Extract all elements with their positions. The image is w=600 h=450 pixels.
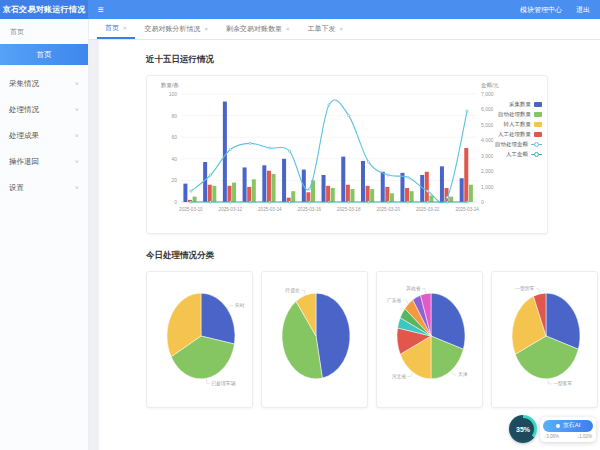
svg-text:实时: 实时 — [235, 302, 245, 308]
tab-label: 首页 — [105, 23, 119, 33]
ai-bot-icon — [556, 424, 560, 428]
svg-text:60: 60 — [171, 134, 177, 140]
legend-item[interactable]: 自动处理金额 — [495, 141, 542, 148]
legend-item[interactable]: 自动处理数量 — [498, 111, 542, 118]
logout-link[interactable]: 退出 — [576, 5, 590, 15]
close-icon[interactable]: × — [286, 26, 290, 32]
svg-text:其他省: 其他省 — [406, 286, 421, 292]
sidebar-item-results[interactable]: 处理成果 ∨ — [0, 125, 88, 146]
close-icon[interactable]: × — [123, 25, 127, 31]
hamburger-icon[interactable]: ≡ — [98, 5, 104, 15]
main-layout: 首页 首页 采集情况 ∨ 处理情况 ∨ 处理成果 ∨ 操作退回 ∨ 设置 ∨ 首… — [0, 19, 600, 450]
ai-card[interactable]: 京石AI ↑3.06% ↓1.02% — [540, 417, 596, 442]
section-title-fifteen-days: 近十五日运行情况 — [146, 54, 600, 66]
stat-up: ↑3.06% — [544, 434, 559, 439]
svg-text:2,000: 2,000 — [481, 168, 494, 174]
svg-text:4,000: 4,000 — [481, 137, 494, 143]
chevron-down-icon: ∨ — [75, 185, 79, 191]
sidebar-item-home[interactable]: 首页 — [0, 44, 88, 65]
progress-badge[interactable]: 35% — [509, 415, 537, 443]
ai-assistant-widget: 35% 京石AI ↑3.06% ↓1.02% — [509, 415, 596, 443]
svg-text:1,000: 1,000 — [481, 184, 494, 190]
svg-text:20: 20 — [171, 177, 177, 183]
app-title: 京石交易对账运行情况 — [0, 0, 88, 19]
svg-text:40: 40 — [171, 156, 177, 162]
svg-text:100: 100 — [169, 91, 178, 97]
svg-text:6,000: 6,000 — [481, 106, 494, 112]
pie-card-vehicle-type: 一型客车一型货车 — [491, 271, 598, 408]
tab-analysis[interactable]: 交易对账分析情况 × — [137, 19, 217, 39]
svg-text:2025-03-24: 2025-03-24 — [455, 207, 479, 212]
svg-text:2025-03-12: 2025-03-12 — [219, 207, 243, 212]
legend-bar-marker — [534, 122, 542, 127]
section-title-today-classes: 今日处理情况分类 — [146, 250, 600, 262]
legend-line-marker — [531, 142, 542, 147]
pie-card-submit: 待提交 — [261, 271, 368, 408]
chart-legend: 采集数量自动处理数量转人工数量人工处理数量自动处理金额人工金额 — [493, 100, 544, 159]
sidebar-item-label: 处理情况 — [9, 105, 39, 115]
svg-text:金额/元: 金额/元 — [481, 82, 500, 88]
stat-down: ↓1.02% — [577, 434, 592, 439]
sidebar-item-label: 处理成果 — [9, 131, 39, 141]
tab-label: 工单下发 — [308, 24, 336, 34]
progress-percent: 35% — [509, 415, 537, 443]
legend-label: 采集数量 — [509, 101, 531, 108]
svg-text:河北省: 河北省 — [392, 374, 407, 380]
chevron-down-icon: ∨ — [75, 81, 79, 87]
combo-chart-card: 02040608010001,0002,0003,0004,0005,0006,… — [146, 75, 548, 234]
pie-card-status: 实时已处理车辆 — [146, 271, 253, 408]
sidebar-item-settings[interactable]: 设置 ∨ — [0, 177, 88, 198]
legend-item[interactable]: 采集数量 — [509, 101, 542, 108]
legend-bar-marker — [534, 102, 542, 107]
pie-chart-svg: 一型客车一型货车 — [492, 272, 597, 405]
svg-text:待提交: 待提交 — [284, 287, 300, 294]
close-icon[interactable]: × — [340, 26, 344, 32]
legend-label: 自动处理金额 — [495, 141, 528, 148]
module-center-link[interactable]: 模块管理中心 — [520, 5, 562, 15]
svg-text:2025-03-14: 2025-03-14 — [258, 207, 282, 212]
pie-chart-svg: 实时已处理车辆 — [147, 272, 252, 405]
legend-bar-marker — [534, 112, 542, 117]
svg-text:2025-03-16: 2025-03-16 — [298, 207, 322, 212]
svg-text:0: 0 — [174, 199, 177, 205]
sidebar-item-processing[interactable]: 处理情况 ∨ — [0, 99, 88, 120]
tab-bar: 首页 × 交易对账分析情况 × 剩余交易对账数量 × 工单下发 × — [89, 19, 600, 40]
chevron-down-icon: ∨ — [75, 133, 79, 139]
sidebar-item-collection[interactable]: 采集情况 ∨ — [0, 73, 88, 94]
legend-label: 自动处理数量 — [498, 111, 531, 118]
legend-item[interactable]: 转人工数量 — [504, 121, 543, 128]
legend-item[interactable]: 人工处理数量 — [498, 131, 542, 138]
legend-label: 人工处理数量 — [498, 131, 531, 138]
sidebar-item-rollback[interactable]: 操作退回 ∨ — [0, 151, 88, 172]
chevron-down-icon: ∨ — [75, 107, 79, 113]
tab-remaining[interactable]: 剩余交易对账数量 × — [218, 19, 298, 39]
svg-text:2025-03-22: 2025-03-22 — [416, 207, 440, 212]
top-bar: 京石交易对账运行情况 ≡ 模块管理中心 退出 — [0, 0, 600, 19]
svg-text:0: 0 — [481, 199, 484, 205]
legend-label: 人工金额 — [506, 151, 528, 158]
svg-text:一型客车: 一型客车 — [553, 380, 572, 387]
sidebar-item-label: 采集情况 — [9, 79, 39, 89]
legend-item[interactable]: 人工金额 — [506, 151, 542, 158]
sidebar-item-label: 首页 — [37, 50, 52, 60]
svg-text:2025-03-18: 2025-03-18 — [337, 207, 361, 212]
svg-text:2025-03-20: 2025-03-20 — [376, 207, 400, 212]
ai-pill[interactable]: 京石AI — [543, 420, 593, 432]
tab-workorder[interactable]: 工单下发 × — [300, 19, 352, 39]
close-icon[interactable]: × — [205, 26, 209, 32]
pie-card-province: 天津河北省广东省其他省 — [376, 271, 483, 408]
main-area: 首页 × 交易对账分析情况 × 剩余交易对账数量 × 工单下发 × 近十五日运行… — [89, 19, 600, 450]
ai-label: 京石AI — [563, 421, 581, 430]
pie-chart-svg: 天津河北省广东省其他省 — [377, 272, 482, 405]
chevron-down-icon: ∨ — [75, 159, 79, 165]
top-links: 模块管理中心 退出 — [520, 5, 600, 15]
svg-text:数量/条: 数量/条 — [161, 82, 180, 88]
ai-stats: ↑3.06% ↓1.02% — [543, 434, 593, 439]
svg-text:天津: 天津 — [458, 372, 468, 377]
sidebar-item-label: 操作退回 — [9, 157, 39, 167]
legend-line-marker — [531, 152, 542, 157]
tab-home[interactable]: 首页 × — [97, 19, 135, 39]
pie-cards-row: 实时已处理车辆 待提交 天津河北省广东省其他省 一型客车一型货车 — [146, 271, 600, 408]
sidebar-group-home[interactable]: 首页 — [0, 19, 88, 44]
svg-text:已处理车辆: 已处理车辆 — [211, 380, 235, 387]
